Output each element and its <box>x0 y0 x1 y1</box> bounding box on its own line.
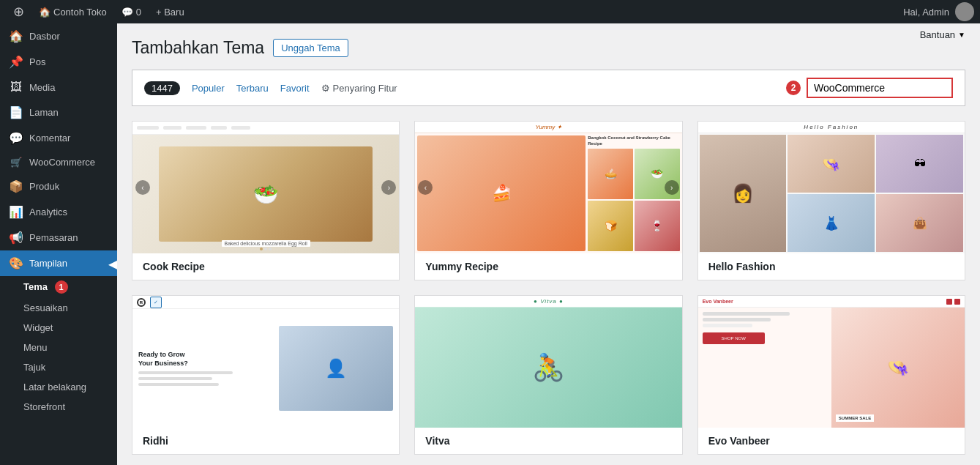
theme-card-ridhi[interactable]: R ✓ Ready to GrowYour Business? 👤 <box>132 295 400 455</box>
pos-icon: 📌 <box>9 55 23 69</box>
yummy-prev-arrow[interactable]: ‹ <box>418 180 433 195</box>
search-section: 2 <box>786 78 953 98</box>
yummy-next-arrow[interactable]: › <box>665 180 679 195</box>
sidebar-item-media[interactable]: 🖼 Media <box>0 75 117 100</box>
theme-card-evo-vanbeer[interactable]: Evo Vanbeer <box>697 295 965 455</box>
theme-card-hello-fashion[interactable]: Hello Fashion 👩 👒 🕶 👗 👜 Hello Fashion <box>697 121 965 280</box>
sidebar-sub-storefront[interactable]: Storefront <box>0 397 117 417</box>
sidebar-item-dasbor[interactable]: 🏠 Dasbor <box>0 23 117 49</box>
sidebar-sub-tema[interactable]: Tema 1 <box>0 276 117 298</box>
theme-thumb-ridhi: R ✓ Ready to GrowYour Business? 👤 <box>132 296 399 428</box>
theme-name-vitva: Vitva <box>415 428 681 454</box>
tampilan-icon: 🎨 <box>9 256 23 270</box>
sidebar-label-analytics: Analytics <box>29 207 67 217</box>
new-label: + Baru <box>156 7 184 18</box>
comments-item[interactable]: 💬 0 <box>114 0 149 23</box>
admin-bar-left: ⊕ 🏠 Contoh Toko 💬 0 + Baru <box>6 0 903 23</box>
sidebar-label-woocommerce: WooCommerce <box>29 157 95 168</box>
greeting-text: Hai, Admin <box>903 7 949 18</box>
cook-next-arrow[interactable]: › <box>381 180 396 195</box>
site-name: Contoh Toko <box>53 7 107 18</box>
tampilan-arrow-icon: ◀ <box>108 256 117 270</box>
help-section: Bantuan ▼ <box>920 29 965 40</box>
theme-name-yummy-recipe: Yummy Recipe <box>415 253 681 280</box>
feature-filter-button[interactable]: ⚙ Penyaring Fitur <box>321 83 397 94</box>
sidebar-label-pemasaran: Pemasaran <box>29 232 78 243</box>
theme-name-cook-recipe: Cook Recipe <box>132 253 399 280</box>
theme-thumb-vitva: ● Vitva ● 🚴 <box>415 296 681 428</box>
gear-icon: ⚙ <box>321 83 330 94</box>
step-indicator: 2 <box>786 81 801 95</box>
sidebar-sub-label-menu: Menu <box>23 342 48 353</box>
sidebar-sub-label-tema: Tema <box>23 281 48 292</box>
wp-logo-item[interactable]: ⊕ <box>6 0 31 23</box>
tema-step-badge: 1 <box>55 280 68 294</box>
main-layout: 🏠 Dasbor 📌 Pos 🖼 Media 📄 Laman 💬 Komenta… <box>0 23 980 465</box>
sidebar-sub-sesuaikan[interactable]: Sesuaikan <box>0 298 117 318</box>
theme-thumb-yummy-recipe: Yummy ✦ 🍰 Bangkok Coconut and Strawberry… <box>415 122 681 253</box>
analytics-icon: 📊 <box>9 205 23 219</box>
sidebar-item-analytics[interactable]: 📊 Analytics <box>0 199 117 225</box>
help-label[interactable]: Bantuan <box>920 29 955 40</box>
feature-filter-label: Penyaring Fitur <box>333 83 397 94</box>
sidebar-item-tampilan[interactable]: 🎨 Tampilan ◀ <box>0 250 117 276</box>
theme-card-yummy-recipe[interactable]: Yummy ✦ 🍰 Bangkok Coconut and Strawberry… <box>414 121 682 280</box>
admin-bar-right: Hai, Admin <box>903 2 974 21</box>
pemasaran-icon: 📢 <box>9 231 23 245</box>
sidebar-item-pos[interactable]: 📌 Pos <box>0 49 117 75</box>
sidebar-item-komentar[interactable]: 💬 Komentar <box>0 125 117 151</box>
theme-thumb-hello-fashion: Hello Fashion 👩 👒 🕶 👗 👜 <box>698 122 965 253</box>
sidebar-item-produk[interactable]: 📦 Produk <box>0 174 117 199</box>
sidebar-label-laman: Laman <box>29 107 59 118</box>
sidebar-item-pemasaran[interactable]: 📢 Pemasaran <box>0 225 117 250</box>
sidebar-label-produk: Produk <box>29 181 59 192</box>
laman-icon: 📄 <box>9 105 23 119</box>
theme-search-input[interactable] <box>807 78 953 98</box>
sidebar-label-komentar: Komentar <box>29 133 70 144</box>
theme-card-vitva[interactable]: ● Vitva ● 🚴 Vitva <box>414 295 682 455</box>
sidebar: 🏠 Dasbor 📌 Pos 🖼 Media 📄 Laman 💬 Komenta… <box>0 23 117 465</box>
filter-favorites[interactable]: Favorit <box>280 83 310 94</box>
filter-bar: 1447 Populer Terbaru Favorit ⚙ Penyaring… <box>132 70 965 106</box>
sidebar-label-pos: Pos <box>29 56 45 67</box>
help-chevron-icon: ▼ <box>958 31 965 39</box>
theme-card-cook-recipe[interactable]: 🥗 Baked delicious mozzarella Egg Roll <box>132 121 400 280</box>
sidebar-sub-tajuk[interactable]: Tajuk <box>0 357 117 377</box>
sidebar-sub-label-tajuk: Tajuk <box>23 362 45 373</box>
theme-count-badge: 1447 <box>144 81 180 95</box>
avatar <box>955 2 974 21</box>
theme-grid: 🥗 Baked delicious mozzarella Egg Roll <box>132 121 965 455</box>
admin-bar: ⊕ 🏠 Contoh Toko 💬 0 + Baru Hai, Admin <box>0 0 980 23</box>
woocommerce-icon: 🛒 <box>9 157 23 168</box>
sidebar-label-tampilan: Tampilan <box>29 258 67 269</box>
new-item[interactable]: + Baru <box>149 0 192 23</box>
komentar-icon: 💬 <box>9 131 23 145</box>
search-step-badge: 2 <box>786 81 801 95</box>
sidebar-sub-label-storefront: Storefront <box>23 401 65 412</box>
produk-icon: 📦 <box>9 179 23 193</box>
upload-theme-button[interactable]: Unggah Tema <box>273 39 348 57</box>
sidebar-sub-label-sesuaikan: Sesuaikan <box>23 302 68 313</box>
sidebar-sub-widget[interactable]: Widget <box>0 318 117 338</box>
wp-logo-icon: ⊕ <box>13 4 24 20</box>
sidebar-item-laman[interactable]: 📄 Laman <box>0 100 117 125</box>
filter-latest[interactable]: Terbaru <box>236 83 269 94</box>
theme-name-hello-fashion: Hello Fashion <box>698 253 965 280</box>
theme-name-ridhi: Ridhi <box>132 428 399 454</box>
sidebar-item-woocommerce[interactable]: 🛒 WooCommerce <box>0 151 117 174</box>
comment-count: 0 <box>136 7 141 18</box>
comment-icon: 💬 <box>121 7 133 18</box>
sidebar-sub-latar-belakang[interactable]: Latar belakang <box>0 377 117 397</box>
sidebar-sub-menu[interactable]: Menu <box>0 338 117 357</box>
page-title: Tambahkan Tema <box>132 38 264 58</box>
home-icon: 🏠 <box>39 7 51 18</box>
sidebar-label-media: Media <box>29 82 55 93</box>
sidebar-sub-label-latar-belakang: Latar belakang <box>23 382 86 393</box>
dasbor-icon: 🏠 <box>9 29 23 43</box>
filter-popular[interactable]: Populer <box>192 83 225 94</box>
cook-prev-arrow[interactable]: ‹ <box>135 180 150 195</box>
sidebar-label-dasbor: Dasbor <box>29 31 60 42</box>
sidebar-sub-label-widget: Widget <box>23 322 53 333</box>
site-name-item[interactable]: 🏠 Contoh Toko <box>31 0 114 23</box>
content-area: Bantuan ▼ Tambahkan Tema Unggah Tema 144… <box>117 23 980 465</box>
